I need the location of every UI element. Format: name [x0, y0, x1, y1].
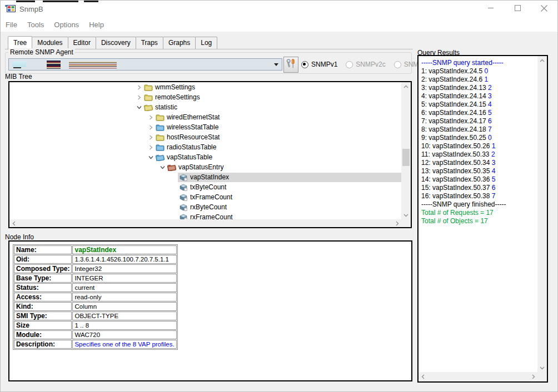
radio-snmpv1[interactable]: SNMPv1: [301, 61, 337, 68]
query-value: 2: [491, 150, 495, 158]
menu-item-tools[interactable]: Tools: [22, 17, 49, 32]
minimize-button[interactable]: [479, 1, 503, 17]
tree-row[interactable]: statistic: [9, 102, 401, 112]
scroll-down-button[interactable]: [537, 363, 547, 372]
tree-row[interactable]: wirelessStatTable: [9, 122, 401, 132]
tree-item-label: remoteSettings: [155, 93, 200, 101]
query-value: 1: [492, 142, 496, 150]
tree-row[interactable]: wmmSettings: [9, 82, 401, 92]
leaf-icon: [179, 183, 188, 191]
tree-item[interactable]: vapStatusEntry: [166, 163, 401, 172]
tree-row[interactable]: vapStatusTable: [9, 152, 401, 162]
node-info-key: Kind:: [14, 302, 72, 311]
scroll-thumb[interactable]: [402, 149, 410, 166]
query-line: 15: vapStatIndex.50.37 6: [421, 184, 537, 192]
chevron-down-icon[interactable]: [135, 105, 143, 110]
menu-item-help[interactable]: Help: [84, 17, 109, 32]
tree-row[interactable]: rxFrameCount: [9, 212, 401, 219]
radio-snmpv2c[interactable]: SNMPv2c: [346, 61, 385, 68]
tree-item[interactable]: txByteCount: [178, 183, 401, 192]
scroll-right-button[interactable]: [392, 219, 401, 227]
tree-vertical-scrollbar[interactable]: [401, 82, 411, 219]
query-oid: 1: vapStatIndex.24.5: [421, 67, 482, 75]
tree-row[interactable]: vapStatIndex: [9, 172, 401, 182]
tab-tree[interactable]: Tree: [8, 36, 32, 49]
app-icon[interactable]: [7, 5, 16, 12]
query-horizontal-scrollbar[interactable]: [418, 372, 537, 381]
node-info-table: Name:vapStatIndexOid:1.3.6.1.4.1.4526.10…: [13, 244, 178, 350]
scroll-left-button[interactable]: [9, 219, 18, 227]
query-oid: 7: vapStatIndex.24.17: [421, 117, 486, 125]
folder-blue-icon: [156, 124, 165, 131]
tree-row[interactable]: rxByteCount: [9, 202, 401, 212]
tree-item-label: wmmSettings: [155, 83, 195, 91]
tree-row[interactable]: radioStatusTable: [9, 142, 401, 152]
chevron-down-icon[interactable]: [147, 155, 155, 160]
chevron-right-icon[interactable]: [135, 95, 143, 100]
tree-item[interactable]: wmmSettings: [143, 83, 401, 92]
tab-graphs[interactable]: Graphs: [163, 37, 196, 49]
scroll-right-button[interactable]: [529, 373, 537, 381]
tree-indent: [9, 97, 135, 98]
scroll-down-button[interactable]: [401, 210, 411, 219]
tab-modules[interactable]: Modules: [32, 37, 68, 49]
tree-item[interactable]: wirelessStatTable: [155, 123, 401, 132]
tree-indent: [9, 107, 135, 108]
menu-item-file[interactable]: File: [1, 17, 22, 32]
node-info-key: SMI Type:: [14, 311, 72, 320]
node-info-value: vapStatIndex: [72, 245, 176, 254]
tree-indent: [9, 117, 147, 118]
query-line: 8: vapStatIndex.24.18 7: [421, 125, 537, 134]
tree-row[interactable]: vapStatusEntry: [9, 162, 401, 172]
query-oid: 5: vapStatIndex.24.15: [421, 100, 486, 108]
query-oid: 10: vapStatIndex.50.26: [421, 142, 490, 150]
chevron-right-icon[interactable]: [135, 85, 143, 90]
tree-item[interactable]: rxByteCount: [178, 203, 401, 212]
tree-row[interactable]: wiredEthernetStat: [9, 112, 401, 122]
agent-settings-button[interactable]: [283, 57, 298, 73]
tree-item[interactable]: statistic: [143, 103, 401, 112]
tree-item[interactable]: vapStatIndex: [178, 173, 401, 182]
menu-item-options[interactable]: Options: [49, 17, 84, 32]
chevron-right-icon[interactable]: [147, 115, 155, 120]
node-info-row: Module:WAC720: [14, 330, 177, 339]
tab-log[interactable]: Log: [195, 37, 217, 49]
tree-horizontal-scrollbar[interactable]: [9, 219, 401, 227]
node-info-value: WAC720: [72, 330, 176, 339]
mib-tree-view: wmmSettingsremoteSettingsstatisticwiredE…: [9, 82, 401, 219]
titlebar[interactable]: SnmpB: [1, 1, 557, 17]
tree-item[interactable]: remoteSettings: [143, 93, 401, 102]
tree-item[interactable]: wiredEthernetStat: [155, 113, 401, 122]
chevron-right-icon[interactable]: [147, 145, 155, 150]
tree-item[interactable]: vapStatusTable: [155, 153, 401, 162]
tree-item[interactable]: txFrameCount: [178, 193, 401, 202]
tab-discovery[interactable]: Discovery: [96, 37, 136, 49]
query-oid: 12: vapStatIndex.50.34: [421, 159, 490, 167]
tree-item-label: rxByteCount: [190, 203, 227, 211]
query-line: -----SNMP query started-----: [421, 59, 537, 67]
tree-row[interactable]: remoteSettings: [9, 92, 401, 102]
agent-combo-box[interactable]: [8, 58, 282, 71]
tree-row[interactable]: txByteCount: [9, 182, 401, 192]
node-info-value: Column: [72, 302, 176, 311]
close-button[interactable]: [532, 1, 556, 17]
query-line: 9: vapStatIndex.50.25 0: [421, 134, 537, 142]
scroll-up-button[interactable]: [401, 82, 411, 91]
tree-row[interactable]: hostResourceStat: [9, 132, 401, 142]
chevron-right-icon[interactable]: [147, 125, 155, 130]
tree-item[interactable]: rxFrameCount: [178, 213, 401, 220]
tab-traps[interactable]: Traps: [136, 37, 163, 49]
maximize-button[interactable]: [505, 1, 530, 17]
query-value: 3: [488, 92, 492, 100]
chevron-down-icon[interactable]: [158, 165, 166, 170]
screen-edge-artifact: [43, 1, 78, 2]
tree-row[interactable]: txFrameCount: [9, 192, 401, 202]
chevron-down-icon[interactable]: [274, 63, 278, 66]
scroll-left-button[interactable]: [418, 373, 427, 381]
query-vertical-scrollbar[interactable]: [537, 56, 547, 372]
tree-item[interactable]: radioStatusTable: [155, 143, 401, 152]
scroll-up-button[interactable]: [537, 56, 547, 65]
tree-item[interactable]: hostResourceStat: [155, 133, 401, 142]
chevron-right-icon[interactable]: [147, 135, 155, 140]
tab-editor[interactable]: Editor: [68, 37, 96, 49]
